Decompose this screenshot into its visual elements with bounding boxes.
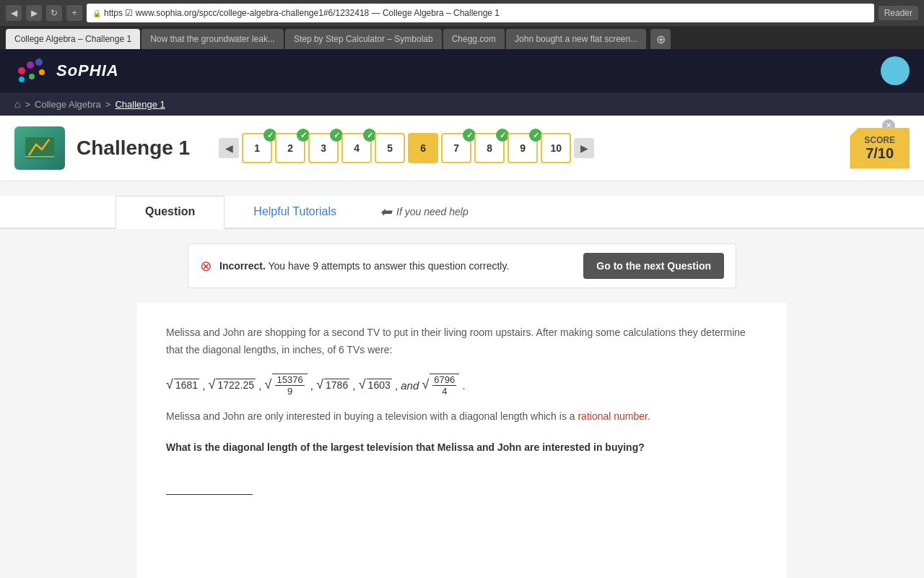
score-box: SCORE 7/10 xyxy=(850,128,910,169)
reload-button[interactable]: ↻ xyxy=(46,5,62,21)
nav-next-button[interactable]: ▶ xyxy=(574,138,594,158)
address-bar[interactable]: 🔒 https ☑ www.sophia.org/spcc/college-al… xyxy=(87,4,874,22)
sqrt-1722: √1722.25 xyxy=(209,377,256,392)
user-avatar[interactable] xyxy=(881,56,910,85)
next-question-button[interactable]: Go to the next Question xyxy=(583,253,724,279)
home-icon[interactable]: ⌂ xyxy=(14,98,20,110)
rational-highlight: rational number. xyxy=(578,410,650,422)
question-btn-3[interactable]: 3 ✓ xyxy=(308,133,339,163)
sqrt-frac-6796: √ 6796 4 xyxy=(422,374,459,397)
svg-point-4 xyxy=(29,74,35,79)
question-btn-9[interactable]: 9 ✓ xyxy=(507,133,538,163)
question-btn-5[interactable]: 5 xyxy=(375,133,405,163)
help-arrow-icon: ⬅ xyxy=(380,203,392,220)
score-value: 7/10 xyxy=(864,145,895,162)
question-btn-7[interactable]: 7 ✓ xyxy=(441,133,471,163)
score-label: SCORE xyxy=(864,135,895,145)
math-block: √1681 , √1722.25 , √ 15376 9 , xyxy=(166,374,758,397)
svg-point-5 xyxy=(39,69,45,75)
help-hint: ⬅ If you need help xyxy=(365,203,468,220)
alert-content: ⊗ Incorrect. You have 9 attempts to answ… xyxy=(200,257,509,275)
breadcrumb-sep1: > xyxy=(25,99,30,110)
nav-prev-button[interactable]: ◀ xyxy=(219,138,239,158)
score-area: ✕ SCORE 7/10 xyxy=(850,128,910,169)
challenge-icon-svg xyxy=(22,134,58,163)
logo-icon xyxy=(14,56,51,85)
tabs-row: Question Helpful Tutorials ⬅ If you need… xyxy=(0,196,924,229)
page-header: SoPHIA xyxy=(0,49,924,92)
breadcrumb-challenge[interactable]: Challenge 1 xyxy=(115,99,165,110)
lock-icon: 🔒 xyxy=(92,9,101,17)
challenge-container: Challenge 1 ◀ 1 ✓ 2 ✓ 3 ✓ 4 ✓ 5 xyxy=(0,116,924,181)
logo-text: SoPHIA xyxy=(56,61,119,80)
frac-6796-4: 6796 4 xyxy=(432,374,456,397)
tab-helpful-tutorials[interactable]: Helpful Tutorials xyxy=(225,197,365,229)
question-btn-8[interactable]: 8 ✓ xyxy=(474,133,505,163)
tab-symbolab[interactable]: Step by Step Calculator – Symbolab xyxy=(285,29,442,49)
question-btn-2[interactable]: 2 ✓ xyxy=(275,133,305,163)
new-tab-button[interactable]: + xyxy=(66,5,82,21)
challenge-icon xyxy=(14,126,65,170)
forward-button[interactable]: ▶ xyxy=(26,5,42,21)
question-continuation: Melissa and John are only interested in … xyxy=(166,408,758,426)
error-icon: ⊗ xyxy=(200,257,212,275)
tab-groundwater[interactable]: Now that the groundwater leak... xyxy=(141,29,284,49)
breadcrumb: ⌂ > College Algebra > Challenge 1 xyxy=(0,92,924,116)
frac-15376-9: 15376 9 xyxy=(275,374,304,397)
reader-button[interactable]: Reader xyxy=(879,6,918,20)
question-btn-10[interactable]: 10 xyxy=(541,133,571,163)
question-btn-1[interactable]: 1 ✓ xyxy=(242,133,272,163)
svg-point-1 xyxy=(27,61,34,69)
breadcrumb-college-algebra[interactable]: College Algebra xyxy=(35,99,101,110)
main-content: Question Helpful Tutorials ⬅ If you need… xyxy=(0,181,924,578)
question-content: Melissa and John are shopping for a seco… xyxy=(137,303,787,578)
browser-toolbar: ◀ ▶ ↻ + 🔒 https ☑ www.sophia.org/spcc/co… xyxy=(0,0,924,26)
svg-point-0 xyxy=(18,67,25,74)
tab-college-algebra[interactable]: College Algebra – Challenge 1 xyxy=(6,29,140,49)
browser-chrome: ◀ ▶ ↻ + 🔒 https ☑ www.sophia.org/spcc/co… xyxy=(0,0,924,49)
sqrt-1681: √1681 xyxy=(166,377,199,392)
url-text: https ☑ www.sophia.org/spcc/college-alge… xyxy=(104,8,500,18)
tab-chegg[interactable]: Chegg.com xyxy=(443,29,505,49)
tab-john-tv[interactable]: John bought a new flat screen... xyxy=(506,29,646,49)
breadcrumb-sep2: > xyxy=(105,99,111,110)
alert-bar: ⊗ Incorrect. You have 9 attempts to answ… xyxy=(188,243,736,288)
tab-question[interactable]: Question xyxy=(116,196,225,229)
back-button[interactable]: ◀ xyxy=(6,5,22,21)
tab-more-button[interactable]: ⊕ xyxy=(650,29,671,49)
sqrt-1603: √1603 xyxy=(359,377,392,392)
svg-point-2 xyxy=(35,59,43,66)
sophia-logo: SoPHIA xyxy=(14,56,119,85)
alert-message: Incorrect. You have 9 attempts to answer… xyxy=(219,260,509,272)
browser-tabs: College Algebra – Challenge 1 Now that t… xyxy=(0,26,924,49)
question-bold: What is the diagonal length of the large… xyxy=(166,439,758,455)
sqrt-1786: √1786 xyxy=(316,377,349,392)
challenge-header: Challenge 1 ◀ 1 ✓ 2 ✓ 3 ✓ 4 ✓ 5 xyxy=(0,116,924,181)
question-btn-6[interactable]: 6 xyxy=(408,133,438,163)
challenge-title: Challenge 1 xyxy=(77,137,190,160)
sqrt-frac-15376: √ 15376 9 xyxy=(265,374,308,397)
svg-point-3 xyxy=(19,77,25,82)
question-intro: Melissa and John are shopping for a seco… xyxy=(166,324,758,359)
question-btn-4[interactable]: 4 ✓ xyxy=(341,133,372,163)
answer-input-line[interactable] xyxy=(166,478,253,495)
question-nav: ◀ 1 ✓ 2 ✓ 3 ✓ 4 ✓ 5 6 xyxy=(219,133,594,163)
header-right xyxy=(881,56,910,85)
